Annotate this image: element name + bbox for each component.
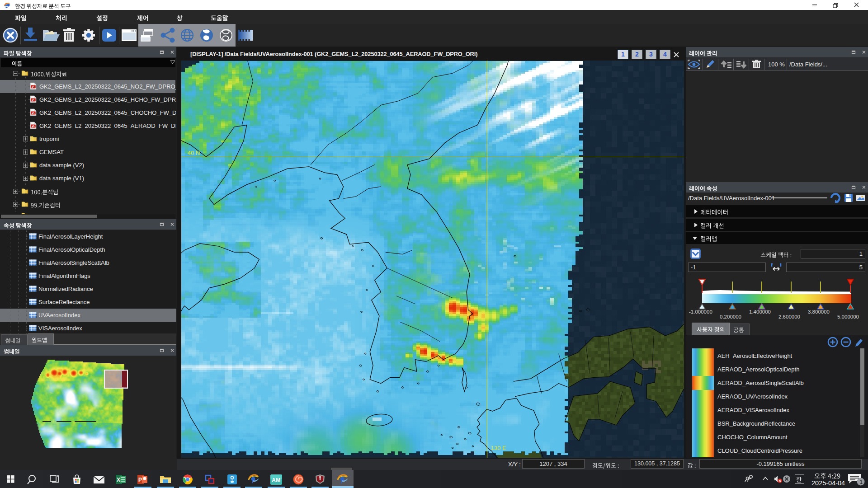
svg-text:P: P <box>138 477 142 483</box>
svg-text:X: X <box>117 477 120 483</box>
svg-text:1: 1 <box>860 479 863 485</box>
svg-text:AM: AM <box>272 477 280 483</box>
